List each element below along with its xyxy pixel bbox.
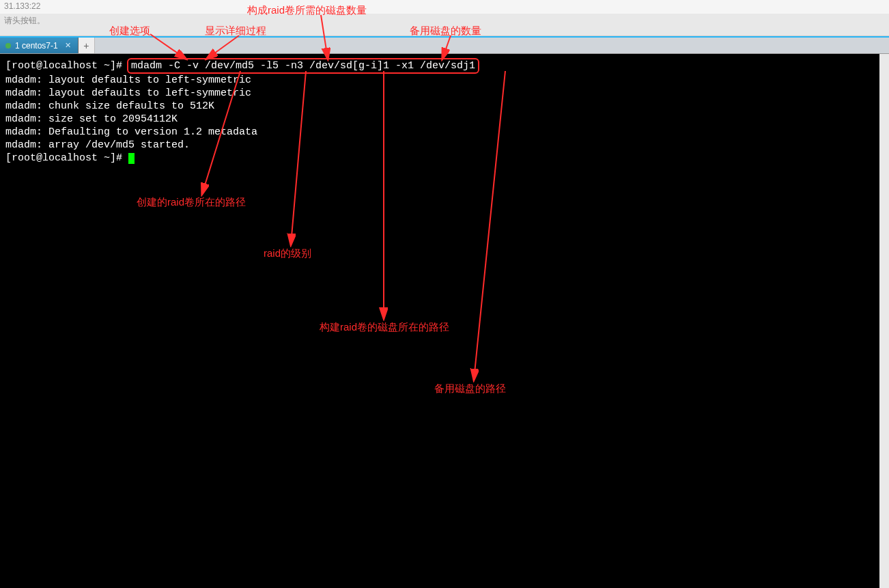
cursor-icon (128, 153, 135, 164)
output-line: mdadm: chunk size defaults to 512K (5, 100, 214, 112)
output-line: mdadm: Defaulting to version 1.2 metadat… (5, 126, 257, 138)
close-icon[interactable]: ✕ (65, 41, 71, 50)
tab-label: 1 centos7-1 (15, 41, 58, 51)
output-line: mdadm: size set to 20954112K (5, 113, 178, 125)
tab-bar: 1 centos7-1 ✕ + (0, 36, 889, 54)
prompt: [root@localhost ~]# (5, 60, 128, 72)
window-titlebar: 31.133:22 (0, 0, 889, 14)
status-dot-icon (5, 43, 11, 48)
output-line: mdadm: layout defaults to left-symmetric (5, 74, 251, 86)
toolbar-strip: 请头按钮。 (0, 14, 889, 36)
output-line: mdadm: array /dev/md5 started. (5, 139, 190, 151)
tab-centos7-1[interactable]: 1 centos7-1 ✕ (0, 38, 79, 53)
terminal[interactable]: [root@localhost ~]# mdadm -C -v /dev/md5… (0, 54, 889, 588)
new-tab-button[interactable]: + (79, 38, 95, 53)
output-line: mdadm: layout defaults to left-symmetric (5, 87, 251, 99)
titlebar-text: 31.133:22 (4, 1, 40, 11)
command-text: mdadm -C -v /dev/md5 -l5 -n3 /dev/sd[g-i… (131, 60, 475, 72)
toolbar-hint: 请头按钮。 (4, 16, 45, 25)
command-highlight-box: mdadm -C -v /dev/md5 -l5 -n3 /dev/sd[g-i… (127, 58, 479, 74)
scrollbar-track[interactable] (879, 54, 889, 588)
prompt: [root@localhost ~]# (5, 152, 128, 164)
